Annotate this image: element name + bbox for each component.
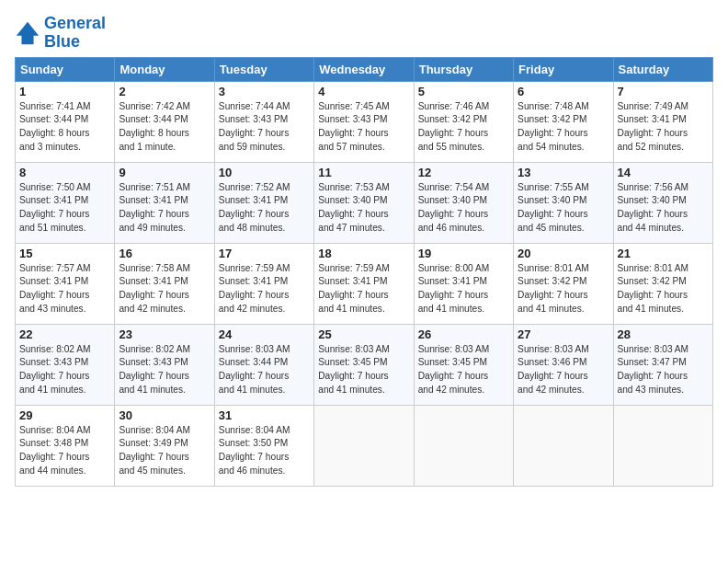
- day-number: 19: [418, 247, 509, 260]
- day-info: Sunrise: 8:03 AMSunset: 3:45 PMDaylight:…: [318, 343, 409, 397]
- page-container: General Blue SundayMondayTuesdayWednesda…: [0, 0, 728, 496]
- logo-text: General: [44, 15, 106, 33]
- day-cell: 17Sunrise: 7:59 AMSunset: 3:41 PMDayligh…: [214, 243, 313, 324]
- day-info: Sunrise: 7:45 AMSunset: 3:43 PMDaylight:…: [318, 100, 409, 155]
- day-number: 18: [318, 247, 409, 260]
- day-cell: 4Sunrise: 7:45 AMSunset: 3:43 PMDaylight…: [314, 81, 414, 162]
- week-row-3: 15Sunrise: 7:57 AMSunset: 3:41 PMDayligh…: [16, 243, 713, 324]
- day-cell: 1Sunrise: 7:41 AMSunset: 3:44 PMDaylight…: [16, 81, 115, 162]
- day-number: 6: [518, 85, 609, 98]
- day-info: Sunrise: 7:54 AMSunset: 3:40 PMDaylight:…: [418, 181, 509, 236]
- calendar-table: SundayMondayTuesdayWednesdayThursdayFrid…: [15, 57, 713, 487]
- header-row-days: SundayMondayTuesdayWednesdayThursdayFrid…: [16, 57, 713, 81]
- day-number: 14: [618, 166, 709, 179]
- svg-marker-0: [17, 22, 39, 44]
- day-info: Sunrise: 8:03 AMSunset: 3:44 PMDaylight:…: [219, 343, 310, 397]
- day-number: 15: [19, 247, 110, 260]
- day-cell: 7Sunrise: 7:49 AMSunset: 3:41 PMDaylight…: [613, 81, 712, 162]
- day-cell: [613, 405, 712, 486]
- day-number: 27: [518, 327, 609, 341]
- day-cell: 19Sunrise: 8:00 AMSunset: 3:41 PMDayligh…: [414, 243, 513, 324]
- logo-icon: [15, 20, 40, 46]
- day-info: Sunrise: 8:01 AMSunset: 3:42 PMDaylight:…: [518, 262, 609, 316]
- day-number: 24: [219, 327, 310, 341]
- day-number: 23: [119, 327, 210, 341]
- week-row-5: 29Sunrise: 8:04 AMSunset: 3:48 PMDayligh…: [16, 405, 713, 486]
- day-cell: 8Sunrise: 7:50 AMSunset: 3:41 PMDaylight…: [16, 162, 115, 243]
- day-cell: 9Sunrise: 7:51 AMSunset: 3:41 PMDaylight…: [115, 162, 214, 243]
- day-cell: 5Sunrise: 7:46 AMSunset: 3:42 PMDaylight…: [414, 81, 513, 162]
- day-info: Sunrise: 7:56 AMSunset: 3:40 PMDaylight:…: [618, 181, 709, 236]
- week-row-4: 22Sunrise: 8:02 AMSunset: 3:43 PMDayligh…: [16, 324, 713, 405]
- day-cell: 13Sunrise: 7:55 AMSunset: 3:40 PMDayligh…: [514, 162, 613, 243]
- day-cell: 29Sunrise: 8:04 AMSunset: 3:48 PMDayligh…: [16, 405, 115, 486]
- day-header-friday: Friday: [514, 57, 613, 81]
- day-header-saturday: Saturday: [613, 57, 712, 81]
- day-cell: 30Sunrise: 8:04 AMSunset: 3:49 PMDayligh…: [115, 405, 214, 486]
- day-cell: 26Sunrise: 8:03 AMSunset: 3:45 PMDayligh…: [414, 324, 513, 405]
- day-number: 11: [318, 166, 409, 179]
- day-info: Sunrise: 7:50 AMSunset: 3:41 PMDaylight:…: [19, 181, 110, 236]
- day-number: 4: [318, 85, 409, 98]
- week-row-1: 1Sunrise: 7:41 AMSunset: 3:44 PMDaylight…: [16, 81, 713, 162]
- day-cell: 16Sunrise: 7:58 AMSunset: 3:41 PMDayligh…: [115, 243, 214, 324]
- day-cell: 6Sunrise: 7:48 AMSunset: 3:42 PMDaylight…: [514, 81, 613, 162]
- day-number: 30: [119, 408, 210, 422]
- day-info: Sunrise: 8:03 AMSunset: 3:45 PMDaylight:…: [418, 343, 509, 397]
- day-cell: 11Sunrise: 7:53 AMSunset: 3:40 PMDayligh…: [314, 162, 414, 243]
- day-number: 31: [219, 408, 310, 422]
- day-cell: 22Sunrise: 8:02 AMSunset: 3:43 PMDayligh…: [16, 324, 115, 405]
- day-cell: 23Sunrise: 8:02 AMSunset: 3:43 PMDayligh…: [115, 324, 214, 405]
- logo: General Blue: [15, 15, 106, 52]
- day-info: Sunrise: 7:52 AMSunset: 3:41 PMDaylight:…: [219, 181, 310, 236]
- day-number: 29: [19, 408, 110, 422]
- day-info: Sunrise: 8:04 AMSunset: 3:48 PMDaylight:…: [19, 424, 110, 478]
- day-info: Sunrise: 7:46 AMSunset: 3:42 PMDaylight:…: [418, 100, 509, 155]
- day-cell: 10Sunrise: 7:52 AMSunset: 3:41 PMDayligh…: [214, 162, 313, 243]
- day-header-monday: Monday: [115, 57, 214, 81]
- day-number: 2: [119, 85, 210, 98]
- day-cell: 3Sunrise: 7:44 AMSunset: 3:43 PMDaylight…: [214, 81, 313, 162]
- day-info: Sunrise: 7:58 AMSunset: 3:41 PMDaylight:…: [119, 262, 210, 316]
- day-info: Sunrise: 8:03 AMSunset: 3:47 PMDaylight:…: [618, 343, 709, 397]
- day-header-tuesday: Tuesday: [214, 57, 313, 81]
- day-number: 26: [418, 327, 509, 341]
- day-info: Sunrise: 8:00 AMSunset: 3:41 PMDaylight:…: [418, 262, 509, 316]
- day-number: 7: [618, 85, 709, 98]
- day-cell: 27Sunrise: 8:03 AMSunset: 3:46 PMDayligh…: [514, 324, 613, 405]
- day-info: Sunrise: 7:59 AMSunset: 3:41 PMDaylight:…: [219, 262, 310, 316]
- day-header-thursday: Thursday: [414, 57, 513, 81]
- day-cell: 15Sunrise: 7:57 AMSunset: 3:41 PMDayligh…: [16, 243, 115, 324]
- day-number: 13: [518, 166, 609, 179]
- day-info: Sunrise: 8:03 AMSunset: 3:46 PMDaylight:…: [518, 343, 609, 397]
- day-number: 3: [219, 85, 310, 98]
- day-cell: [314, 405, 414, 486]
- day-info: Sunrise: 8:04 AMSunset: 3:49 PMDaylight:…: [119, 424, 210, 478]
- day-cell: 21Sunrise: 8:01 AMSunset: 3:42 PMDayligh…: [613, 243, 712, 324]
- day-number: 12: [418, 166, 509, 179]
- day-info: Sunrise: 7:42 AMSunset: 3:44 PMDaylight:…: [119, 100, 210, 155]
- day-cell: 24Sunrise: 8:03 AMSunset: 3:44 PMDayligh…: [214, 324, 313, 405]
- day-number: 5: [418, 85, 509, 98]
- day-cell: [514, 405, 613, 486]
- day-header-sunday: Sunday: [16, 57, 115, 81]
- day-info: Sunrise: 7:49 AMSunset: 3:41 PMDaylight:…: [618, 100, 709, 155]
- day-info: Sunrise: 7:53 AMSunset: 3:40 PMDaylight:…: [318, 181, 409, 236]
- day-cell: [414, 405, 513, 486]
- day-cell: 28Sunrise: 8:03 AMSunset: 3:47 PMDayligh…: [613, 324, 712, 405]
- day-cell: 20Sunrise: 8:01 AMSunset: 3:42 PMDayligh…: [514, 243, 613, 324]
- day-number: 22: [19, 327, 110, 341]
- day-number: 25: [318, 327, 409, 341]
- day-info: Sunrise: 7:48 AMSunset: 3:42 PMDaylight:…: [518, 100, 609, 155]
- day-number: 1: [19, 85, 110, 98]
- day-info: Sunrise: 7:57 AMSunset: 3:41 PMDaylight:…: [19, 262, 110, 316]
- day-info: Sunrise: 7:55 AMSunset: 3:40 PMDaylight:…: [518, 181, 609, 236]
- day-number: 10: [219, 166, 310, 179]
- day-number: 17: [219, 247, 310, 260]
- day-info: Sunrise: 8:02 AMSunset: 3:43 PMDaylight:…: [119, 343, 210, 397]
- day-number: 20: [518, 247, 609, 260]
- day-cell: 14Sunrise: 7:56 AMSunset: 3:40 PMDayligh…: [613, 162, 712, 243]
- logo-text2: Blue: [44, 33, 106, 52]
- week-row-2: 8Sunrise: 7:50 AMSunset: 3:41 PMDaylight…: [16, 162, 713, 243]
- day-number: 21: [618, 247, 709, 260]
